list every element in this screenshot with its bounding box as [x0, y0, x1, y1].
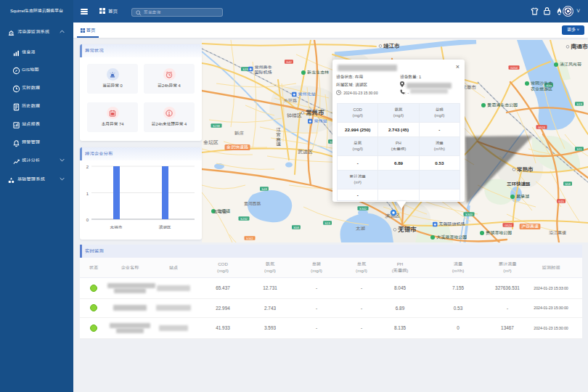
svg-text:常州市: 常州市	[306, 109, 324, 116]
svg-text:黄泗浦生态公园: 黄泗浦生态公园	[487, 102, 518, 107]
svg-text:钟楼区: 钟楼区	[287, 113, 302, 118]
svg-text:S342: S342	[359, 207, 367, 211]
svg-text:S11: S11	[576, 147, 582, 151]
svg-text:S343: S343	[465, 213, 473, 216]
svg-text:贵湖湿地公园: 贵湖湿地公园	[486, 230, 512, 235]
svg-text:常州北站: 常州北站	[298, 91, 316, 97]
svg-text:无锡市: 无锡市	[110, 225, 123, 229]
svg-text:农业旅游区: 农业旅游区	[531, 86, 552, 91]
svg-text:靖江市: 靖江市	[383, 43, 400, 49]
svg-text:S342: S342	[246, 237, 253, 240]
svg-text:S238: S238	[213, 124, 220, 128]
svg-text:常阴沙生态: 常阴沙生态	[531, 81, 552, 86]
svg-text:新龙生态林: 新龙生态林	[307, 70, 329, 75]
svg-text:1: 1	[86, 192, 89, 196]
svg-text:黄河西路: 黄河西路	[244, 201, 261, 206]
svg-text:G524: G524	[538, 126, 546, 129]
svg-text:滨湖区: 滨湖区	[159, 225, 171, 229]
svg-text:无锡硕放机场: 无锡硕放机场	[439, 221, 465, 226]
svg-text:S19: S19	[576, 102, 582, 106]
svg-text:G42: G42	[286, 60, 293, 64]
svg-text:金武快速路: 金武快速路	[226, 144, 248, 150]
svg-text:大溪港湿地公园: 大溪港湿地公园	[436, 234, 467, 240]
svg-text:S19: S19	[324, 221, 330, 225]
svg-text:沿江高速: 沿江高速	[549, 230, 566, 235]
svg-text:金坛区: 金坛区	[203, 140, 219, 145]
svg-text:太湖: 太湖	[356, 226, 366, 231]
svg-text:清江风光带: 清江风光带	[560, 62, 581, 67]
svg-text:外环路: 外环路	[284, 98, 297, 103]
svg-text:雪堰镇: 雪堰镇	[213, 209, 226, 214]
svg-text:三环快速路: 三环快速路	[507, 181, 531, 187]
svg-text:国际机场: 国际机场	[255, 70, 272, 75]
svg-text:G15: G15	[558, 200, 565, 203]
svg-text:常熟市: 常熟市	[517, 166, 534, 173]
svg-text:G204: G204	[510, 66, 518, 70]
svg-text:S48: S48	[261, 187, 267, 191]
svg-text:昆承湖: 昆承湖	[516, 194, 529, 199]
svg-text:G524: G524	[505, 224, 513, 227]
svg-text:无锡市: 无锡市	[398, 226, 417, 233]
svg-text:S232: S232	[240, 217, 248, 221]
svg-text:0: 0	[86, 218, 89, 222]
svg-text:2: 2	[86, 165, 89, 169]
svg-text:S58: S58	[293, 226, 299, 229]
svg-text:江宜高速: 江宜高速	[276, 127, 281, 147]
svg-text:常州奔牛: 常州奔牛	[255, 65, 272, 70]
svg-text:S39: S39	[242, 68, 248, 71]
svg-text:常州站: 常州站	[314, 118, 327, 123]
svg-text:武进区: 武进区	[298, 150, 313, 155]
svg-text:沪蓉高速: 沪蓉高速	[521, 224, 539, 229]
svg-text:南通市: 南通市	[571, 44, 588, 50]
svg-text:新庄: 新庄	[234, 131, 245, 136]
svg-text:S58: S58	[565, 182, 571, 186]
